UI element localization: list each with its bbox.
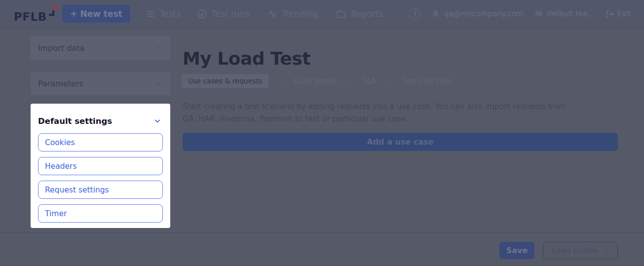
scenario-description-line1: Start creating a test scenario by adding… bbox=[183, 101, 597, 113]
help-glyph: ? bbox=[413, 10, 417, 17]
timer-button[interactable]: Timer bbox=[38, 204, 163, 223]
step-sla[interactable]: SLA bbox=[363, 76, 377, 85]
add-use-case-label: Add a use case bbox=[367, 137, 433, 147]
top-navigation-bar: PFLB + New test Tests Test runs Trending… bbox=[0, 0, 644, 28]
cookies-label: Cookies bbox=[45, 138, 75, 147]
chevron-up-icon bbox=[155, 80, 163, 87]
nav-trending-label: Trending bbox=[282, 9, 318, 19]
default-settings-header[interactable]: Default settings bbox=[38, 111, 163, 131]
nav-reports-label: Reports bbox=[351, 9, 383, 19]
new-test-label: + New test bbox=[70, 9, 122, 19]
exit-label: Exit bbox=[617, 9, 631, 18]
help-icon[interactable]: ? bbox=[409, 8, 420, 20]
request-settings-button[interactable]: Request settings bbox=[38, 181, 163, 199]
exit-control[interactable]: Exit bbox=[606, 9, 631, 18]
step-use-cases-requests[interactable]: Use cases & requests bbox=[182, 74, 268, 88]
logout-icon bbox=[606, 10, 614, 18]
save-button[interactable]: Save bbox=[499, 242, 534, 259]
team-icon bbox=[534, 9, 543, 18]
chevron-right-icon bbox=[347, 78, 353, 84]
nav-tests-label: Tests bbox=[160, 9, 181, 19]
nav-test-runs[interactable]: Test runs bbox=[197, 0, 249, 28]
chevron-right-icon bbox=[386, 78, 392, 84]
sidebar-section-import-data[interactable]: Import data bbox=[31, 37, 170, 60]
chevron-right-icon bbox=[603, 247, 609, 254]
list-icon bbox=[146, 9, 155, 19]
add-use-case-button[interactable]: Add a use case bbox=[183, 133, 618, 151]
default-settings-panel: Default settings Cookies Headers Request… bbox=[31, 104, 170, 228]
topbar-right-section: ? qa@mycompany.com default tea... Exit bbox=[409, 0, 631, 28]
headers-label: Headers bbox=[45, 162, 77, 171]
test-steps-breadcrumb: Use cases & requests Load profile SLA Te… bbox=[182, 74, 452, 88]
nav-reports[interactable]: Reports bbox=[336, 0, 383, 28]
chevron-right-icon bbox=[278, 78, 284, 84]
chevron-up-icon bbox=[155, 44, 163, 52]
step-load-profile[interactable]: Load profile bbox=[294, 76, 337, 85]
headers-button[interactable]: Headers bbox=[38, 157, 163, 175]
nav-tests[interactable]: Tests bbox=[146, 0, 181, 28]
pflb-logo-icon bbox=[48, 4, 60, 16]
load-profile-button[interactable]: Load profile bbox=[543, 242, 618, 259]
folder-icon bbox=[336, 9, 346, 19]
activity-icon bbox=[267, 8, 278, 19]
team-name: default tea... bbox=[547, 9, 594, 18]
scenario-description: Start creating a test scenario by adding… bbox=[183, 101, 597, 125]
cookies-button[interactable]: Cookies bbox=[38, 133, 163, 152]
team-selector[interactable]: default tea... bbox=[534, 9, 594, 18]
user-account[interactable]: qa@mycompany.com bbox=[431, 9, 523, 18]
parameters-label: Parameters bbox=[38, 79, 83, 88]
nav-test-runs-label: Test runs bbox=[212, 9, 249, 19]
request-settings-label: Request settings bbox=[45, 186, 109, 194]
check-circle-icon bbox=[197, 9, 207, 19]
chevron-down-icon bbox=[153, 117, 161, 125]
pflb-logo[interactable]: PFLB bbox=[14, 6, 60, 24]
save-label: Save bbox=[506, 246, 528, 255]
page-title: My Load Test bbox=[183, 48, 310, 69]
import-data-label: Import data bbox=[38, 43, 84, 53]
new-test-button[interactable]: + New test bbox=[62, 5, 130, 23]
default-settings-label: Default settings bbox=[38, 116, 112, 126]
pflb-logo-text: PFLB bbox=[14, 9, 47, 24]
user-icon bbox=[431, 9, 440, 18]
sidebar-section-parameters[interactable]: Parameters bbox=[31, 72, 170, 95]
timer-label: Timer bbox=[45, 209, 67, 218]
footer-bar: Save Load profile bbox=[0, 232, 644, 266]
user-email: qa@mycompany.com bbox=[444, 9, 523, 18]
step-test-overview[interactable]: Test overview bbox=[402, 76, 452, 85]
nav-trending[interactable]: Trending bbox=[267, 0, 318, 28]
scenario-description-line2: GA, HAR, Insomnia, Postman to test or pa… bbox=[183, 113, 597, 125]
load-profile-label: Load profile bbox=[552, 246, 598, 255]
